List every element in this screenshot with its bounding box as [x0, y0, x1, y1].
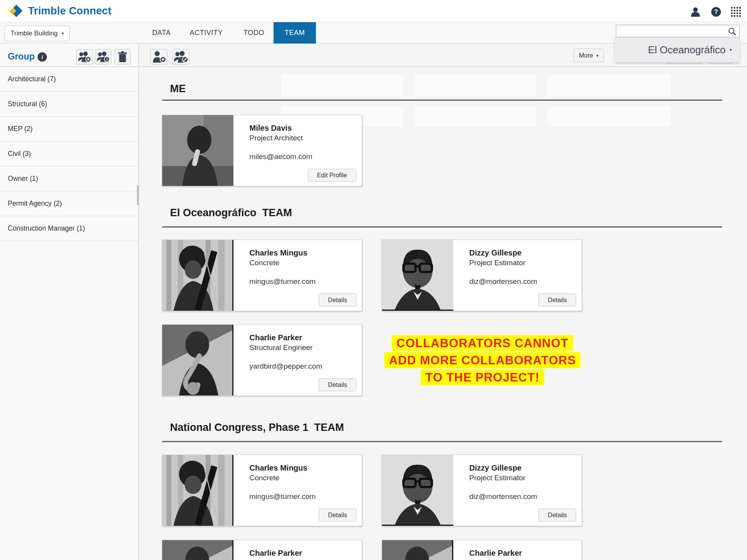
member-photo [382, 540, 453, 560]
project-selector-button[interactable]: Trimble Building ▾ [5, 26, 70, 41]
member-email: diz@mortensen.com [469, 277, 537, 286]
group-plus-icon [77, 51, 91, 63]
faded-card-placeholder [281, 74, 404, 98]
group-info-icon: i [96, 51, 110, 63]
delete-group-button[interactable] [114, 49, 131, 65]
tab-todo[interactable]: TODO [237, 22, 270, 44]
project-dropdown[interactable]: El Oceanográfico ▾ [615, 37, 740, 62]
member-photo [162, 540, 233, 560]
member-photo [382, 240, 453, 311]
tab-data[interactable]: DATA [144, 22, 179, 44]
member-email: mingus@turner.com [249, 277, 316, 286]
annotation-text: Collaborators cannot [392, 335, 573, 351]
member-name: Charlie Parker [249, 549, 302, 558]
sidebar-item-mep-2[interactable]: MEP (2) [0, 117, 139, 142]
sidebar-item-permit-agency-2[interactable]: Permit Agency (2) [0, 191, 139, 216]
member-photo [162, 115, 233, 186]
faded-card-placeholder [414, 106, 537, 127]
sidebar-title: Group [8, 51, 35, 62]
member-card: Charlie ParkerStructural Engineeryardbir… [382, 540, 582, 560]
annotation-note: Collaborators cannotadd more collaborato… [383, 335, 582, 386]
search-icon[interactable] [728, 27, 737, 36]
more-button[interactable]: More ▾ [573, 49, 604, 62]
section-divider [162, 226, 722, 228]
trash-icon [117, 51, 128, 63]
member-card: Dizzy GillespeProject Estimatordiz@morte… [382, 240, 582, 311]
member-name: Charlie Parker [249, 333, 302, 342]
chevron-down-icon: ▾ [596, 53, 598, 58]
user-icon[interactable] [690, 7, 701, 17]
help-icon[interactable]: ? [711, 7, 721, 17]
section-divider [162, 100, 722, 101]
member-photo [382, 455, 453, 526]
top-bar: Trimble Connect ? [0, 0, 747, 22]
details-button[interactable]: Details [538, 509, 576, 522]
info-icon[interactable]: i [37, 52, 47, 62]
group-list: Architectural (7)Structural (6)MEP (2)Ci… [0, 67, 139, 241]
section-title: El Oceanográfico TEAM [170, 207, 292, 219]
tab-team[interactable]: TEAM [274, 22, 316, 44]
member-name: Charles Mingus [249, 248, 307, 257]
faded-card-placeholder [547, 106, 672, 127]
app-title: Trimble Connect [28, 5, 112, 17]
section-title: National Congress, Phase 1 TEAM [170, 422, 344, 434]
member-card: Miles DavisProject Architectmiles@aecom.… [162, 115, 362, 186]
sidebar-scrollbar[interactable] [137, 185, 139, 205]
faded-card-placeholder [414, 74, 537, 98]
member-email: mingus@turner.com [249, 492, 316, 501]
svg-text:?: ? [714, 9, 718, 15]
member-card: Dizzy GillespeProject Estimatordiz@morte… [382, 455, 582, 526]
member-photo [162, 325, 233, 396]
details-button[interactable]: Details [319, 509, 356, 522]
section-divider [162, 441, 722, 442]
member-role: Concrete [249, 474, 279, 482]
svg-text:i: i [106, 57, 107, 61]
annotation-line: to the project! [383, 369, 582, 386]
project-dropdown-label: El Oceanográfico [648, 44, 726, 56]
member-email: diz@mortensen.com [469, 492, 537, 501]
details-button[interactable]: Details [538, 294, 576, 306]
member-role: Project Estimator [469, 259, 526, 267]
sidebar-item-civil-3[interactable]: Civil (3) [0, 142, 139, 166]
details-button[interactable]: Details [319, 378, 356, 391]
member-card: Charlie ParkerStructural Engineeryardbir… [162, 540, 362, 560]
edit-profile-button[interactable]: Edit Profile [308, 169, 356, 182]
member-name: Miles Davis [249, 124, 292, 133]
app-launcher-icon[interactable] [731, 7, 741, 17]
sidebar-item-construction-manager-1[interactable]: Construction Manager (1) [0, 216, 139, 241]
search-input[interactable] [616, 25, 739, 37]
member-name: Charlie Parker [469, 549, 522, 558]
member-role: Project Estimator [469, 474, 526, 482]
annotation-text: add more collaborators [384, 352, 581, 368]
annotation-text: to the project! [421, 369, 544, 385]
group-info-button[interactable]: i [95, 49, 111, 65]
sidebar-item-architectural-7[interactable]: Architectural (7) [0, 67, 139, 92]
member-role: Structural Engineer [249, 343, 313, 352]
more-button-label: More [579, 52, 593, 59]
member-role: Project Architect [249, 134, 303, 142]
sidebar-item-owner-1[interactable]: Owner (1) [0, 166, 139, 191]
member-email: miles@aecom.com [249, 152, 312, 161]
add-group-button[interactable] [76, 49, 93, 65]
member-name: Dizzy Gillespe [469, 248, 522, 257]
group-sidebar: Group i i Architectural (7)S [0, 44, 139, 560]
member-card: Charles MingusConcretemingus@turner.comD… [162, 240, 362, 311]
member-photo [162, 240, 233, 311]
section-title: ME [170, 83, 186, 95]
chevron-down-icon: ▾ [729, 47, 732, 52]
people-block-icon [173, 51, 189, 63]
search-box [616, 25, 740, 37]
tab-activity[interactable]: ACTIVITY [183, 22, 230, 44]
member-role: Concrete [249, 259, 279, 267]
details-button[interactable]: Details [319, 294, 356, 306]
member-email: yardbird@pepper.com [249, 362, 322, 371]
member-card: Charles MingusConcretemingus@turner.comD… [162, 455, 362, 526]
member-name: Dizzy Gillespe [469, 464, 522, 472]
member-card: Charlie ParkerStructural Engineeryardbir… [162, 324, 362, 396]
sidebar-item-structural-6[interactable]: Structural (6) [0, 92, 139, 117]
manage-collaborators-button[interactable] [172, 49, 189, 65]
faded-card-placeholder [547, 74, 672, 98]
project-selector-label: Trimble Building [11, 30, 58, 37]
add-person-button[interactable] [150, 49, 168, 65]
member-name: Charles Mingus [249, 464, 307, 472]
